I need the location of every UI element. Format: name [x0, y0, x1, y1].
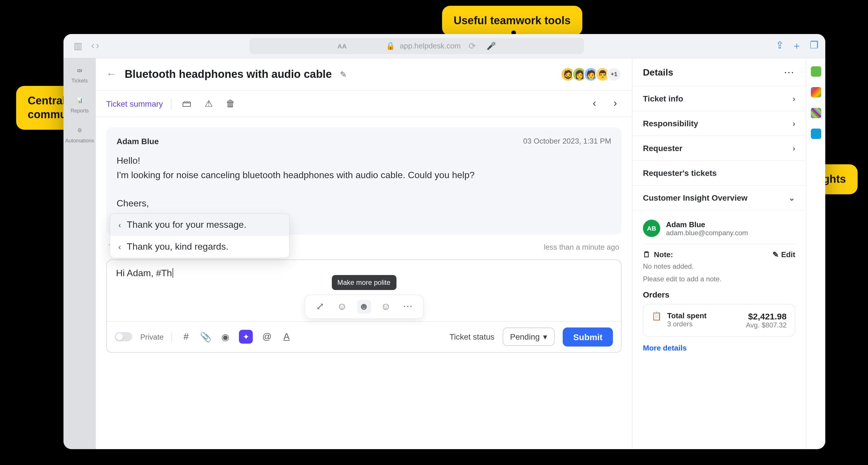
- edit-title-icon[interactable]: ✎: [340, 69, 347, 79]
- trash-icon[interactable]: 🗑: [224, 98, 238, 109]
- integration-shopify-icon[interactable]: [811, 66, 821, 77]
- note-row: 🗒Note: ✎Edit: [643, 244, 795, 259]
- nav-forward-icon[interactable]: ›: [96, 40, 99, 52]
- details-title: Details: [643, 67, 673, 78]
- status-value: Pending: [510, 332, 540, 342]
- divider: [171, 98, 172, 109]
- integration-slack-icon[interactable]: [811, 108, 821, 118]
- details-row-label: Responsibility: [643, 119, 698, 128]
- private-label: Private: [140, 333, 164, 341]
- status-select[interactable]: Pending ▾: [503, 328, 555, 346]
- address-bar[interactable]: AA 🔒 app.helpdesk.com ⟳ 🎤: [249, 38, 584, 54]
- chevron-left-icon: ‹: [118, 220, 121, 230]
- share-icon[interactable]: ⇪: [776, 39, 784, 53]
- details-more-icon[interactable]: ⋯: [784, 66, 795, 79]
- status-label: Ticket status: [449, 332, 494, 342]
- customer-initials: AB: [643, 220, 660, 237]
- ticket-summary-link[interactable]: Ticket summary: [106, 99, 163, 108]
- submit-button[interactable]: Submit: [563, 328, 613, 346]
- tickets-icon: 🎟: [73, 65, 86, 75]
- note-line1: No notes added.: [643, 259, 795, 272]
- edit-note-button[interactable]: ✎Edit: [773, 250, 795, 259]
- orders-header: Orders: [643, 284, 795, 304]
- tone-polite-icon[interactable]: ☻: [357, 300, 371, 314]
- details-row-label: Requester: [643, 143, 682, 153]
- total-spent-label: Total spent: [667, 311, 707, 320]
- reply-age: less than a minute ago: [544, 243, 619, 252]
- reload-icon[interactable]: ⟳: [469, 41, 476, 51]
- browser-chrome: ▥ ‹ › AA 🔒 app.helpdesk.com ⟳ 🎤 ⇪ ＋ ❐: [63, 34, 825, 58]
- integration-google-icon[interactable]: [811, 87, 821, 97]
- mention-icon[interactable]: @: [261, 332, 273, 342]
- tone-neutral-icon[interactable]: ☺: [335, 300, 349, 314]
- customer-name: Adam Blue: [666, 220, 748, 229]
- archive-icon[interactable]: 🗃: [180, 98, 194, 109]
- sidebar-toggle-icon[interactable]: ▥: [70, 38, 85, 53]
- orders-avg: Avg. $807.32: [746, 321, 786, 329]
- note-line2: Please edit to add a note.: [643, 272, 795, 284]
- tone-friendly-icon[interactable]: ☺: [379, 300, 393, 314]
- details-ticket-info[interactable]: Ticket info ›: [632, 86, 806, 111]
- ticket-header: ← Bluetooth headphones with audio cable …: [96, 58, 632, 91]
- details-requester-tickets[interactable]: Requester's tickets: [632, 160, 806, 185]
- suggestion-text: Thank you for your message.: [127, 220, 246, 230]
- nav-back-icon[interactable]: ‹: [91, 40, 95, 52]
- record-icon[interactable]: ◉: [220, 332, 231, 342]
- pencil-icon: ✎: [773, 250, 779, 259]
- orders-card: 📋 Total spent 3 orders $2,421.98 Avg. $8…: [643, 304, 795, 337]
- integration-salesforce-icon[interactable]: [811, 129, 821, 139]
- mic-icon[interactable]: 🎤: [487, 41, 496, 50]
- avatar-more[interactable]: +1: [607, 67, 622, 81]
- callout-teamwork: Useful teamwork tools: [442, 6, 582, 36]
- tabs-icon[interactable]: ❐: [810, 39, 818, 53]
- divider: [172, 332, 172, 342]
- details-row-label: Ticket info: [643, 94, 683, 103]
- expand-icon[interactable]: ⤢: [313, 300, 327, 314]
- prev-ticket-icon[interactable]: ‹: [588, 97, 601, 109]
- reader-aa-icon[interactable]: AA: [338, 42, 347, 49]
- sidebar-item-automations[interactable]: ⚙ Automations: [65, 125, 94, 143]
- chevron-right-icon: ›: [793, 143, 795, 153]
- details-insight-header[interactable]: Customer Insight Overview ⌄: [632, 185, 806, 210]
- customer-header: AB Adam Blue adam.blue@company.com: [643, 216, 795, 244]
- edit-label: Edit: [781, 250, 795, 259]
- tone-more-icon[interactable]: ⋯: [401, 300, 415, 314]
- reply-composer: Hi Adam, #Th Make more polite ⤢ ☺ ☻ ☺: [106, 260, 622, 353]
- sidebar-item-label: Automations: [65, 138, 94, 143]
- reports-icon: 📊: [73, 95, 86, 105]
- sidebar-item-reports[interactable]: 📊 Reports: [70, 95, 89, 113]
- details-responsibility[interactable]: Responsibility ›: [632, 111, 806, 135]
- orders-count: 3 orders: [667, 320, 707, 328]
- collaborator-avatars[interactable]: 🧔 👩 🧑 👨 +1: [560, 67, 622, 81]
- note-label: Note:: [654, 250, 673, 259]
- chevron-right-icon: ›: [793, 94, 795, 103]
- lock-icon: 🔒: [386, 41, 395, 50]
- new-tab-icon[interactable]: ＋: [792, 39, 802, 53]
- spam-icon[interactable]: ⚠: [202, 98, 216, 109]
- suggestion-item[interactable]: ‹ Thank you for your message.: [110, 214, 289, 236]
- app-sidebar: 🎟 Tickets 📊 Reports ⚙ Automations: [63, 58, 96, 449]
- more-details-link[interactable]: More details: [643, 337, 687, 355]
- sidebar-item-label: Reports: [70, 108, 89, 113]
- suggestion-item[interactable]: ‹ Thank you, kind regards.: [110, 236, 289, 258]
- chevron-down-icon: ⌄: [788, 193, 795, 202]
- next-ticket-icon[interactable]: ›: [609, 97, 622, 109]
- tone-popover: Make more polite ⤢ ☺ ☻ ☺ ⋯: [304, 295, 423, 319]
- chevron-down-icon: ▾: [543, 332, 547, 342]
- tone-tooltip: Make more polite: [332, 275, 396, 290]
- message-timestamp: 03 October 2023, 1:31 PM: [523, 137, 611, 146]
- suggestion-text: Thank you, kind regards.: [127, 241, 228, 252]
- attach-icon[interactable]: 📎: [200, 332, 212, 342]
- ai-magic-icon[interactable]: ✦: [239, 330, 253, 344]
- sidebar-item-tickets[interactable]: 🎟 Tickets: [71, 65, 88, 84]
- hash-icon[interactable]: #: [180, 332, 192, 342]
- app-window: ▥ ‹ › AA 🔒 app.helpdesk.com ⟳ 🎤 ⇪ ＋ ❐: [63, 34, 825, 449]
- ticket-title: Bluetooth headphones with audio cable: [125, 68, 332, 80]
- details-requester[interactable]: Requester ›: [632, 135, 806, 160]
- message-author: Adam Blue: [117, 137, 159, 146]
- back-icon[interactable]: ←: [106, 68, 117, 80]
- total-spent-value: $2,421.98: [746, 311, 786, 321]
- private-toggle[interactable]: [115, 332, 132, 342]
- insight-header-label: Customer Insight Overview: [643, 193, 748, 202]
- text-style-icon[interactable]: A: [281, 332, 292, 342]
